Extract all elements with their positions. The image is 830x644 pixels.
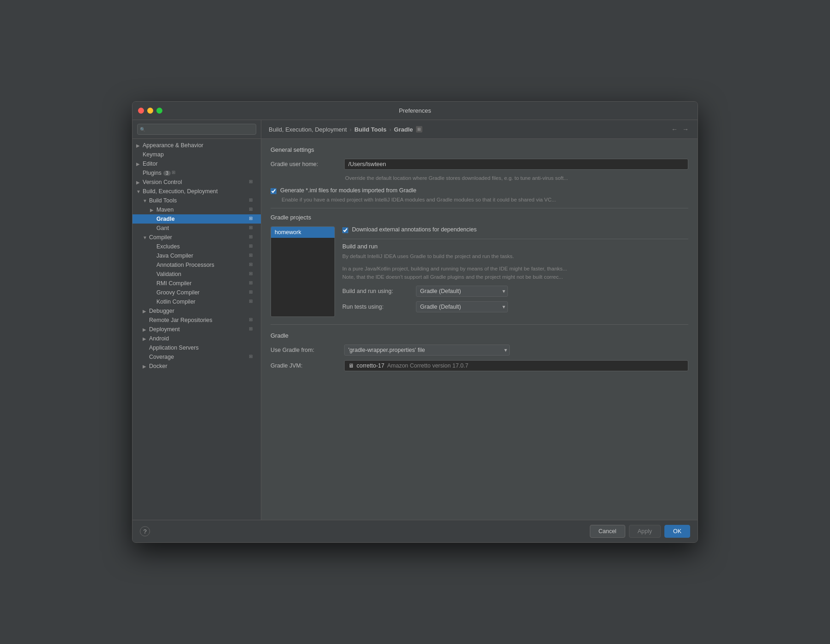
download-annotations-row: Download external annotations for depend…	[342, 226, 688, 233]
sidebar-item-label: Gradle	[156, 216, 175, 222]
sidebar-item-excludes[interactable]: Excludes ⊞	[133, 242, 261, 251]
gradle-jvm-label: Gradle JVM:	[271, 362, 344, 369]
build-hint-1: By default IntelliJ IDEA uses Gradle to …	[342, 253, 688, 260]
sidebar-item-rmi-compiler[interactable]: RMI Compiler ⊞	[133, 279, 261, 288]
arrow-icon: ▶	[136, 161, 143, 167]
gradle-user-home-hint: Override the default location where Grad…	[345, 174, 688, 182]
nav-forward-button[interactable]: →	[681, 125, 690, 134]
maximize-button[interactable]	[156, 108, 162, 114]
sidebar-item-version-control[interactable]: ▶ Version Control ⊞	[133, 178, 261, 187]
projects-layout: homework Download external annotations f…	[271, 226, 688, 317]
run-tests-using-dropdown[interactable]: Gradle (Default) IntelliJ IDEA	[416, 301, 508, 312]
jvm-value: corretto-17	[357, 362, 384, 369]
sidebar-item-compiler[interactable]: ▼ Compiler ⊞	[133, 233, 261, 242]
nav-back-button[interactable]: ←	[670, 125, 679, 134]
sidebar-item-annotation-processors[interactable]: Annotation Processors ⊞	[133, 260, 261, 270]
sidebar-item-build-exec-deploy[interactable]: ▼ Build, Execution, Deployment	[133, 187, 261, 196]
sidebar-item-maven[interactable]: ▶ Maven ⊞	[133, 205, 261, 214]
ok-button[interactable]: OK	[664, 525, 690, 538]
arrow-icon: ▶	[136, 143, 143, 148]
page-icon: ⊞	[249, 179, 255, 185]
sidebar-item-appearance[interactable]: ▶ Appearance & Behavior	[133, 141, 261, 150]
arrow-icon: ▼	[136, 189, 143, 194]
page-icon: ⊞	[249, 207, 255, 213]
breadcrumb-sep-1: ›	[350, 126, 352, 133]
sidebar-item-label: Compiler	[149, 234, 172, 241]
breadcrumb: Build, Execution, Deployment › Build Too…	[269, 126, 422, 133]
sidebar-item-gant[interactable]: Gant ⊞	[133, 224, 261, 233]
sidebar-item-coverage[interactable]: Coverage ⊞	[133, 352, 261, 362]
sidebar-item-gradle[interactable]: Gradle ⊞	[133, 214, 261, 224]
project-item-homework[interactable]: homework	[271, 227, 334, 238]
projects-list: homework	[271, 226, 335, 317]
arrow-icon: ▶	[143, 364, 149, 369]
close-button[interactable]	[138, 108, 144, 114]
sidebar-item-docker[interactable]: ▶ Docker	[133, 362, 261, 371]
page-icon: ⊞	[249, 243, 255, 250]
separator-1	[271, 208, 688, 208]
run-tests-using-row: Run tests using: Gradle (Default) Intell…	[342, 301, 688, 312]
generate-iml-checkbox[interactable]	[271, 188, 277, 194]
sidebar-item-remote-jar[interactable]: Remote Jar Repositories ⊞	[133, 316, 261, 325]
download-annotations-checkbox[interactable]	[342, 227, 348, 233]
minimize-button[interactable]	[147, 108, 153, 114]
sidebar-item-java-compiler[interactable]: Java Compiler ⊞	[133, 251, 261, 260]
use-gradle-from-dropdown[interactable]: 'gradle-wrapper.properties' file Specifi…	[344, 345, 510, 356]
sidebar-item-label: Remote Jar Repositories	[149, 317, 213, 323]
sidebar-item-editor[interactable]: ▶ Editor	[133, 159, 261, 168]
arrow-icon: ▶	[143, 309, 149, 314]
sidebar-item-label: Android	[149, 335, 169, 342]
sidebar-item-debugger[interactable]: ▶ Debugger	[133, 306, 261, 316]
sidebar-item-keymap[interactable]: Keymap	[133, 150, 261, 159]
build-run-section: Build and run By default IntelliJ IDEA u…	[342, 239, 688, 312]
sidebar-item-plugins[interactable]: Plugins 3 ⊞	[133, 168, 261, 178]
title-bar: Preferences	[133, 102, 697, 120]
gradle-jvm-row: Gradle JVM: 🖥 corretto-17 Amazon Corrett…	[271, 360, 688, 371]
dialog-title: Preferences	[399, 107, 431, 114]
search-input[interactable]	[137, 124, 256, 135]
use-gradle-from-label: Use Gradle from:	[271, 347, 344, 353]
breadcrumb-part-3: Gradle	[394, 126, 413, 133]
arrow-icon: ▼	[143, 235, 149, 240]
gradle-jvm-input[interactable]: 🖥 corretto-17 Amazon Corretto version 17…	[344, 360, 688, 371]
sidebar-item-validation[interactable]: Validation ⊞	[133, 270, 261, 279]
search-box	[133, 120, 261, 139]
preferences-dialog: Preferences ▶ Appearance & Behavior Keym…	[132, 101, 698, 543]
run-tests-using-dropdown-wrap: Gradle (Default) IntelliJ IDEA	[416, 301, 508, 312]
page-icon: ⊞	[249, 216, 255, 222]
sidebar-item-label: Application Servers	[149, 345, 199, 351]
sidebar-item-label: Groovy Compiler	[156, 289, 200, 296]
sidebar-item-groovy-compiler[interactable]: Groovy Compiler ⊞	[133, 288, 261, 297]
run-tests-using-label: Run tests using:	[342, 304, 416, 310]
sidebar-item-label: Gant	[156, 225, 169, 231]
plugins-badge: 3	[163, 171, 171, 176]
cancel-button[interactable]: Cancel	[590, 525, 625, 538]
sidebar-item-label: Keymap	[143, 151, 164, 158]
search-wrap	[137, 124, 256, 135]
sidebar-item-label: Build, Execution, Deployment	[143, 188, 218, 195]
build-hint-2: In a pure Java/Kotlin project, building …	[342, 265, 688, 281]
gradle-user-home-input[interactable]	[344, 159, 688, 170]
sidebar-item-build-tools[interactable]: ▼ Build Tools ⊞	[133, 196, 261, 205]
page-icon: ⊞	[249, 299, 255, 305]
sidebar-item-label: Java Compiler	[156, 253, 193, 259]
gradle-projects-section: homework Download external annotations f…	[271, 226, 688, 317]
help-button[interactable]: ?	[140, 526, 150, 536]
arrow-icon: ▶	[143, 336, 149, 341]
page-icon: ⊞	[249, 354, 255, 360]
sidebar-item-application-servers[interactable]: Application Servers	[133, 343, 261, 352]
build-run-using-dropdown[interactable]: Gradle (Default) IntelliJ IDEA	[416, 286, 508, 297]
sidebar: ▶ Appearance & Behavior Keymap ▶ Editor …	[133, 120, 261, 520]
sidebar-item-android[interactable]: ▶ Android	[133, 334, 261, 343]
gradle-user-home-row: Gradle user home:	[271, 159, 688, 170]
gradle-section-title: Gradle	[271, 330, 688, 339]
sidebar-item-deployment[interactable]: ▶ Deployment ⊞	[133, 325, 261, 334]
bottom-bar: ? Cancel Apply OK	[133, 520, 697, 542]
page-icon: ⊞	[249, 234, 255, 241]
use-gradle-from-dropdown-wrap: 'gradle-wrapper.properties' file Specifi…	[344, 345, 510, 356]
nav-arrows: ← →	[670, 125, 690, 134]
sidebar-item-kotlin-compiler[interactable]: Kotlin Compiler ⊞	[133, 297, 261, 306]
arrow-icon: ▶	[150, 207, 156, 213]
apply-button[interactable]: Apply	[629, 525, 661, 538]
jvm-icon: 🖥	[348, 362, 354, 369]
